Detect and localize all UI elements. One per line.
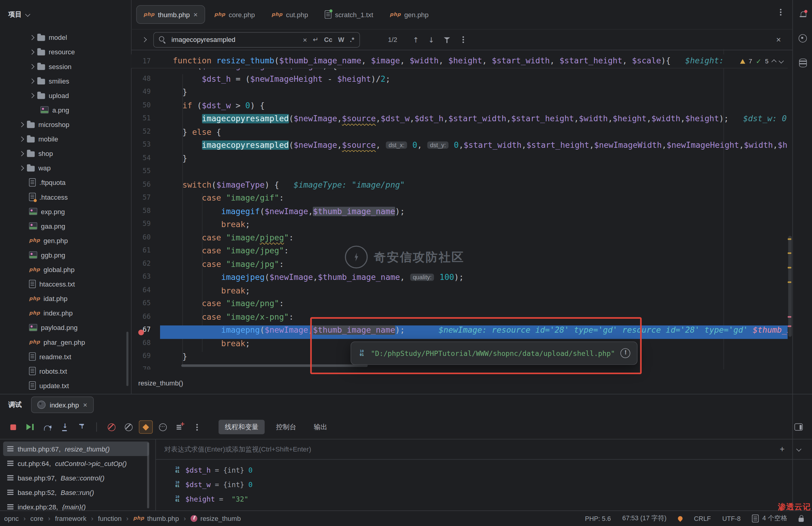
code-line-59[interactable]: 59 break; [131, 220, 788, 233]
tree-item-update.txt[interactable]: update.txt [0, 378, 131, 393]
more-settings-button[interactable] [156, 420, 170, 434]
tree-item-.htaccess[interactable]: .htaccess [0, 190, 131, 204]
tree-item-htaccess.txt[interactable]: htaccess.txt [0, 277, 131, 292]
tree-item-a.png[interactable]: a.png [0, 102, 131, 117]
breadcrumb-resize_thumb[interactable]: resize_thumb [190, 514, 241, 522]
line-number[interactable]: 17 [131, 54, 151, 67]
line-number[interactable]: 54 [131, 154, 151, 161]
clear-search-icon[interactable]: × [303, 36, 307, 43]
line-number[interactable]: 68 [131, 339, 151, 346]
chevron-right-icon[interactable] [29, 49, 34, 54]
code-line-50[interactable]: 50 if ($dst_w > 0) { [131, 101, 788, 114]
tab-cut.php[interactable]: cut.php [264, 5, 316, 24]
line-number[interactable]: 65 [131, 299, 151, 307]
code-line-48[interactable]: 48 $dst_h = ($newImageHeight - $height)/… [131, 74, 788, 88]
encoding[interactable]: UTF-8 [722, 515, 741, 522]
debug-session-tab[interactable]: index.php × [31, 396, 93, 413]
tree-item-ggb.png[interactable]: ggb.png [0, 247, 131, 262]
step-over-button[interactable] [40, 420, 54, 434]
variable-row[interactable]: $dst_h = {int} 0 [156, 463, 812, 477]
view-tab-输出[interactable]: 输出 [308, 420, 334, 434]
line-number[interactable]: 59 [131, 220, 151, 228]
search-query[interactable]: imagecopyresampled [172, 36, 297, 44]
line-number[interactable]: 69 [131, 352, 151, 360]
chevron-right-icon[interactable] [19, 151, 24, 156]
tree-item-global.php[interactable]: global.php [0, 262, 131, 276]
error-stripe[interactable] [787, 49, 792, 369]
next-occurrence-icon[interactable]: ↓ [428, 35, 434, 44]
database-icon[interactable] [799, 58, 807, 69]
evaluate-expression-input[interactable]: 对表达式求值(Enter)或添加监视(Ctrl+Shift+Enter) + [156, 439, 812, 460]
tree-item-phar_gen.php[interactable]: phar_gen.php [0, 335, 131, 349]
close-icon[interactable]: × [193, 11, 198, 18]
stripe-mark[interactable] [787, 325, 791, 327]
step-out-button[interactable] [74, 420, 88, 434]
line-number[interactable]: 48 [131, 74, 151, 82]
tab-options-icon[interactable] [780, 12, 782, 13]
tab-thumb.php[interactable]: thumb.php× [136, 5, 205, 24]
next-problem-icon[interactable] [779, 58, 784, 63]
whole-words-toggle[interactable]: W [338, 36, 344, 43]
tree-item-robots.txt[interactable]: robots.txt [0, 364, 131, 378]
tab-gen.php[interactable]: gen.php [382, 5, 436, 24]
lock-icon[interactable] [798, 515, 803, 522]
frame-row[interactable]: thumb.php:67, resize_thumb() [3, 442, 149, 456]
code-line-51[interactable]: 51 imagecopyresampled($newImage,$source,… [131, 114, 788, 127]
line-number[interactable]: 61 [131, 246, 151, 254]
line-number[interactable]: 56 [131, 180, 151, 188]
stripe-mark[interactable] [787, 281, 791, 283]
frame-row[interactable]: index.php:28, {main}() [3, 499, 149, 511]
breadcrumb-framework[interactable]: framework [55, 514, 86, 522]
line-number[interactable]: 51 [131, 114, 151, 122]
line-number[interactable]: 64 [131, 286, 151, 294]
more-button[interactable] [190, 420, 204, 434]
view-tab-控制台[interactable]: 控制台 [270, 420, 302, 434]
line-number[interactable]: 58 [131, 207, 151, 214]
code-line-56[interactable]: 56 switch($imageType) { $imageType: "ima… [131, 180, 788, 193]
tree-item-smilies[interactable]: smilies [0, 74, 131, 88]
breadcrumb-function[interactable]: function [98, 514, 121, 522]
match-case-toggle[interactable]: Cc [324, 36, 332, 43]
code-line-17[interactable]: 17 function resize_thumb($thumb_image_na… [131, 54, 788, 67]
variable-row[interactable]: $dst_w = {int} 0 [156, 477, 812, 492]
view-breakpoints-button[interactable] [139, 420, 153, 434]
search-input[interactable]: imagecopyresampled × ↵ Cc W .* [154, 32, 360, 48]
frame-row[interactable]: base.php:52, Base::run() [3, 485, 149, 499]
tree-item-upload[interactable]: upload [0, 88, 131, 102]
tree-item-model[interactable]: model [0, 30, 131, 45]
tree-item-idat.php[interactable]: idat.php [0, 292, 131, 306]
line-number[interactable]: 70 [131, 365, 151, 369]
breakpoint-icon[interactable] [139, 329, 144, 335]
code-line-54[interactable]: 54 } [131, 154, 788, 167]
line-number[interactable]: 63 [131, 273, 151, 281]
tree-item-index.php[interactable]: index.php [0, 306, 131, 320]
variable-row[interactable]: $height = "32" [156, 492, 812, 507]
expand-replace-icon[interactable] [142, 37, 147, 42]
frame-row[interactable]: base.php:97, Base::control() [3, 470, 149, 485]
frame-row[interactable]: cut.php:64, cutControl->pic_cutOp() [3, 456, 149, 470]
code-line-63[interactable]: 63 imagejpeg($newImage,$thumb_image_name… [131, 273, 788, 286]
view-tab-线程和变量[interactable]: 线程和变量 [218, 420, 265, 434]
tree-item-shop[interactable]: shop [0, 146, 131, 161]
tree-item-wap[interactable]: wap [0, 161, 131, 175]
tree-item-resource[interactable]: resource [0, 45, 131, 59]
resume-button[interactable] [23, 420, 37, 434]
tree-item-gen.php[interactable]: gen.php [0, 233, 131, 247]
line-number[interactable]: 53 [131, 141, 151, 148]
line-ending[interactable]: CRLF [694, 515, 711, 522]
chevron-down-icon[interactable] [796, 446, 801, 451]
tree-item-payload.png[interactable]: payload.png [0, 320, 131, 335]
line-number[interactable]: 66 [131, 312, 151, 320]
stripe-mark[interactable] [787, 267, 791, 268]
code-line-60[interactable]: 60 case "image/pjpeg": [131, 233, 788, 246]
inspections-widget[interactable]: 7 ✓ 5 [737, 54, 786, 68]
code-line-55[interactable]: 55 [131, 167, 788, 180]
filter-icon[interactable] [444, 37, 450, 43]
code-line-57[interactable]: 57 case "image/gif": [131, 193, 788, 207]
scrollbar-thumb[interactable] [788, 236, 792, 337]
php-version[interactable]: PHP: 5.6 [585, 515, 611, 522]
line-number[interactable]: 62 [131, 259, 151, 267]
chevron-right-icon[interactable] [29, 79, 34, 84]
chevron-right-icon[interactable] [29, 93, 34, 98]
add-watch-icon[interactable]: + [780, 445, 785, 453]
